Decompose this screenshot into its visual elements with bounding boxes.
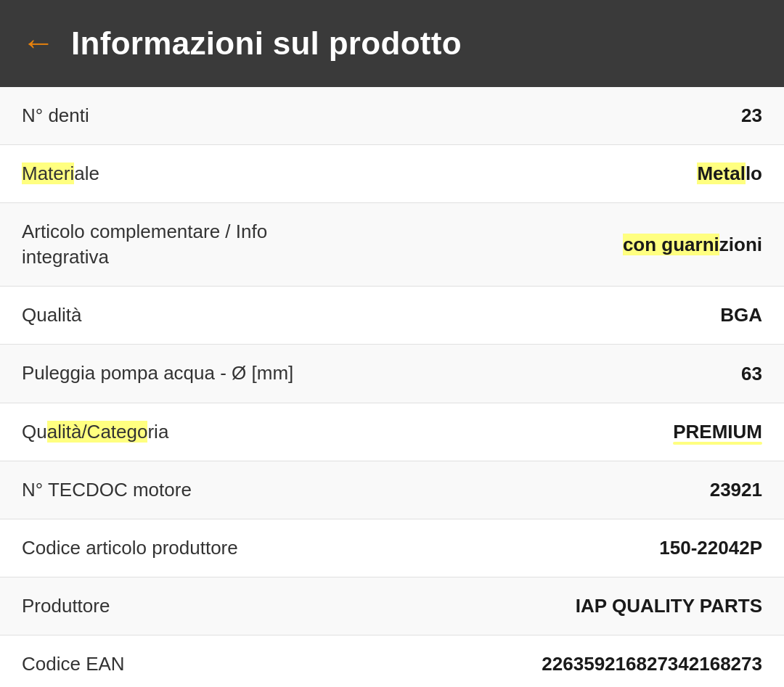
row-label-puleggia: Puleggia pompa acqua - Ø [mm] — [22, 361, 293, 386]
row-label-materiale: Materiale — [22, 161, 99, 186]
row-label-tecdoc: N° TECDOC motore — [22, 477, 192, 503]
table-row: N° TECDOC motore 23921 — [0, 461, 784, 519]
table-row: Materiale Metallo — [0, 145, 784, 203]
table-row: Puleggia pompa acqua - Ø [mm] 63 — [0, 345, 784, 403]
table-row: Produttore IAP QUALITY PARTS — [0, 577, 784, 635]
table-row: Qualità/Categoria PREMIUM — [0, 403, 784, 461]
table-row: N° denti 23 — [0, 87, 784, 145]
table-row: Articolo complementare / Infointegrativa… — [0, 203, 784, 287]
row-value-puleggia: 63 — [741, 363, 762, 385]
row-value-codice-articolo: 150-22042P — [659, 537, 762, 559]
row-label-codice-articolo: Codice articolo produttore — [22, 535, 238, 561]
row-label-n-denti: N° denti — [22, 103, 89, 128]
table-row: Codice articolo produttore 150-22042P — [0, 519, 784, 577]
row-value-qualita-categoria: PREMIUM — [673, 421, 762, 443]
back-button[interactable]: ← — [22, 25, 55, 59]
header: ← Informazioni sul prodotto — [0, 0, 784, 87]
row-label-qualita-categoria: Qualità/Categoria — [22, 419, 168, 445]
row-value-materiale: Metallo — [697, 163, 762, 185]
row-value-ean: 22635921682​7342168273 — [542, 653, 762, 675]
row-label-articolo: Articolo complementare / Infointegrativa — [22, 219, 267, 270]
product-info-table: N° denti 23 Materiale Metallo Articolo c… — [0, 87, 784, 687]
row-value-n-denti: 23 — [741, 104, 762, 127]
table-row: Qualità BGA — [0, 287, 784, 345]
row-label-qualita: Qualità — [22, 303, 81, 328]
table-row: Codice EAN 22635921682​7342168273 — [0, 635, 784, 687]
row-value-articolo: con guarnizioni — [623, 234, 762, 256]
row-value-qualita: BGA — [720, 304, 762, 326]
row-label-produttore: Produttore — [22, 593, 110, 619]
row-value-tecdoc: 23921 — [710, 479, 762, 501]
row-value-produttore: IAP QUALITY PARTS — [576, 595, 762, 617]
page-title: Informazioni sul prodotto — [71, 25, 462, 62]
row-label-ean: Codice EAN — [22, 651, 125, 677]
